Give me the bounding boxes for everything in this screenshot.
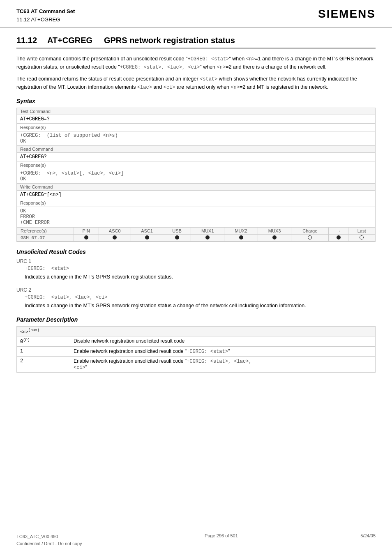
urc2-code: +CGREG: <stat>, <lac>, <ci> — [25, 295, 376, 300]
ref-col-last: Last — [348, 228, 375, 235]
read-resp-label: Response(s) — [17, 161, 376, 169]
write-cmd-value: AT+CGREG=[<n>] — [17, 191, 376, 199]
section-ref: 11.12 AT+CGREG — [16, 16, 75, 24]
section-title: AT+CGREG — [47, 36, 92, 45]
urc1-desc: Indicates a change in the MT's GPRS netw… — [25, 273, 376, 281]
ref-col-charge: Charge — [291, 228, 329, 235]
urc2-label: URC 2 — [16, 287, 376, 293]
ref-dot-pin — [74, 235, 99, 242]
header-left: TC63 AT Command Set 11.12 AT+CGREG — [16, 7, 75, 23]
ref-col-asc1: ASC1 — [131, 228, 163, 235]
ref-dot-last — [348, 235, 375, 242]
dot-asc0 — [113, 235, 117, 240]
code-n1: <n> — [246, 56, 255, 62]
dot-charge — [308, 235, 312, 240]
urc1-code: +CGREG: <stat> — [25, 266, 376, 272]
test-resp-value: +CGREG: (list of supported <n>s)OK — [17, 131, 376, 146]
urc1-label: URC 1 — [16, 258, 376, 264]
syntax-table: Test Command AT+CGREG=? Response(s) +CGR… — [16, 108, 376, 242]
ref-cell: Reference(s) PIN ASC0 ASC1 USB MUX1 MUX2… — [17, 227, 376, 242]
dot-usb — [175, 235, 179, 240]
param-n-header: <n>(num) — [17, 327, 376, 336]
urc2-params: <stat>, <lac>, <ci> — [51, 295, 108, 300]
ref-dot-mux3 — [258, 235, 291, 242]
test-cmd-value: AT+CGREG=? — [17, 115, 376, 124]
ref-dot-mux2 — [224, 235, 258, 242]
test-resp-code: +CGREG: (list of supported <n>s)OK — [20, 133, 118, 144]
section-heading: 11.12 AT+CGREG GPRS network registration… — [16, 36, 376, 48]
param-table: <n>(num) 0(P) Disable network registrati… — [16, 326, 376, 373]
param-desc-1-code: +CGREG: <stat> — [187, 349, 228, 355]
ref-header-row: Reference(s) PIN ASC0 ASC1 USB MUX1 MUX2… — [17, 228, 375, 235]
ref-col-mux3: MUX3 — [258, 228, 291, 235]
write-cmd-label-row: Write Command — [17, 184, 376, 191]
footer-confidential: Confidential / Draft - Do not copy — [16, 540, 82, 547]
code-n3: <n> — [231, 85, 240, 90]
ref-dot-arrow — [329, 235, 348, 242]
param-desc-2-code: +CGREG: <stat>, <lac>, — [187, 359, 251, 364]
dot-pin — [84, 235, 88, 240]
read-cmd-row: AT+CGREG? — [17, 153, 376, 161]
read-cmd-label: Read Command — [17, 146, 376, 153]
param-value-0: 0(P) — [17, 336, 70, 346]
code-lac: <lac> — [137, 85, 152, 90]
ref-dot-usb — [163, 235, 191, 242]
test-cmd-label-row: Test Command — [17, 108, 376, 115]
read-resp-value: +CGREG: <n>, <stat>[, <lac>, <ci>]OK — [17, 169, 376, 184]
ref-col-pin: PIN — [74, 228, 99, 235]
write-resp-label-row: Response(s) — [17, 199, 376, 207]
urc2-desc: Indicates a change in the MT's GPRS netw… — [25, 302, 376, 310]
code-write-urc1: +CGREG: <stat> — [187, 56, 229, 62]
brand-logo: SIEMENS — [318, 7, 376, 21]
code-ci: <ci> — [164, 85, 175, 90]
ref-dot-charge — [291, 235, 329, 242]
ref-value: GSM 07.07 — [17, 235, 74, 242]
param-row-1: 1 Enable network registration unsolicite… — [17, 346, 376, 356]
code-stat: <stat> — [200, 76, 217, 82]
dot-mux3 — [272, 235, 277, 240]
ref-dot-mux1 — [191, 235, 224, 242]
test-resp-label: Response(s) — [17, 124, 376, 131]
dot-mux2 — [239, 235, 243, 240]
footer-center: Page 296 of 501 — [205, 533, 238, 547]
read-cmd-value: AT+CGREG? — [17, 153, 376, 161]
param-heading: Parameter Description — [16, 316, 376, 323]
param-desc-2-code2: <ci> — [74, 365, 85, 371]
ref-dot-asc1 — [131, 235, 163, 242]
doc-title: TC63 AT Command Set — [16, 7, 75, 16]
write-cmd-row: AT+CGREG=[<n>] — [17, 191, 376, 199]
ref-dot-asc0 — [99, 235, 131, 242]
footer-page: Page 296 of 501 — [205, 533, 238, 538]
intro-para2: The read command returns the status of r… — [16, 75, 376, 91]
ref-col-mux1: MUX1 — [191, 228, 224, 235]
ref-data-row: GSM 07.07 — [17, 235, 375, 242]
read-resp-row: +CGREG: <n>, <stat>[, <lac>, <ci>]OK — [17, 169, 376, 184]
section-subtitle: GPRS network registration status — [104, 36, 235, 45]
ref-col-arrow: → — [329, 228, 348, 235]
ref-col-asc0: ASC0 — [99, 228, 131, 235]
read-cmd-label-row: Read Command — [17, 146, 376, 153]
ref-col-label: Reference(s) — [17, 228, 74, 235]
urc1-code-text: +CGREG: <stat> — [25, 266, 69, 272]
footer-date: 5/24/05 — [360, 533, 376, 538]
footer-left: TC63_ATC_V00.490 Confidential / Draft - … — [16, 533, 82, 547]
param-value-1: 1 — [17, 346, 70, 356]
write-resp-row: OKERROR+CME ERROR — [17, 207, 376, 227]
param-desc-1: Enable network registration unsolicited … — [70, 346, 376, 356]
code-write-urc2: +CGREG: <stat>, <lac>, <ci> — [120, 64, 200, 70]
main-content: 11.12 AT+CGREG GPRS network registration… — [0, 28, 392, 390]
param-value-2: 2 — [17, 356, 70, 372]
test-resp-row: +CGREG: (list of supported <n>s)OK — [17, 131, 376, 146]
ref-inner-table: Reference(s) PIN ASC0 ASC1 USB MUX1 MUX2… — [17, 227, 375, 242]
urc1-block: URC 1 +CGREG: <stat> Indicates a change … — [16, 258, 376, 281]
ref-col-mux2: MUX2 — [224, 228, 258, 235]
code-n2: <n> — [217, 64, 226, 70]
param-desc-0: Disable network registration unsolicited… — [70, 336, 376, 346]
urc1-stat: <stat> — [51, 266, 69, 272]
read-resp-code: +CGREG: <n>, <stat>[, <lac>, <ci>]OK — [20, 170, 124, 182]
test-resp-label-row: Response(s) — [17, 124, 376, 131]
dot-arrow — [337, 235, 341, 240]
page-footer: TC63_ATC_V00.490 Confidential / Draft - … — [0, 529, 392, 547]
param-row-0: 0(P) Disable network registration unsoli… — [17, 336, 376, 346]
param-row-2: 2 Enable network registration unsolicite… — [17, 356, 376, 372]
